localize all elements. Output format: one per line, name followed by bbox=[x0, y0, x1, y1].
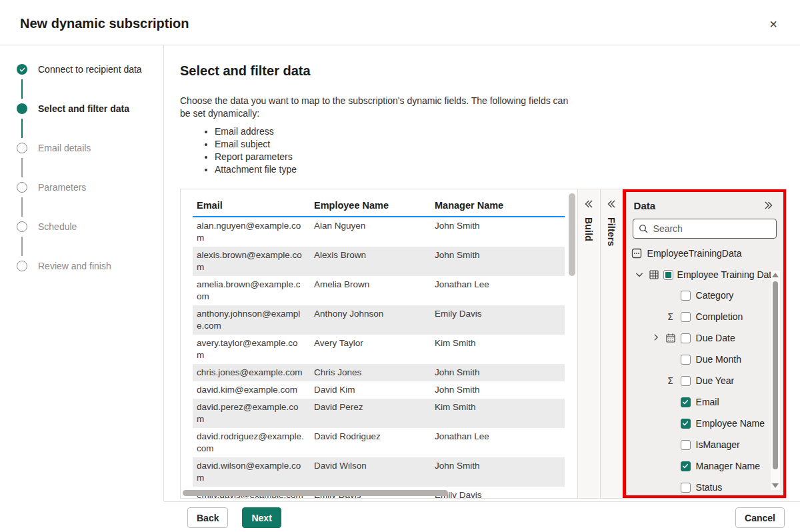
expand-filters-pane-button[interactable] bbox=[605, 197, 618, 211]
cell-employee-name: David Kim bbox=[310, 381, 431, 399]
table-checkbox-partial[interactable] bbox=[663, 270, 673, 280]
cell-employee-name: David Rodriguez bbox=[310, 428, 431, 457]
field-checkbox[interactable] bbox=[681, 440, 691, 450]
cell-employee-name: Alan Nguyen bbox=[310, 217, 431, 247]
semantic-model-icon bbox=[631, 248, 642, 259]
field-row[interactable]: Σ Category bbox=[626, 285, 783, 306]
semantic-model-row[interactable]: EmployeeTrainingData bbox=[631, 248, 783, 259]
back-button[interactable]: Back bbox=[187, 507, 228, 528]
scroll-down-arrow-icon[interactable] bbox=[772, 483, 779, 488]
table-row[interactable]: david.perez@example.com David Perez Kim … bbox=[193, 399, 565, 428]
field-row[interactable]: Σ Due Year bbox=[626, 370, 783, 391]
cell-employee-name: Alexis Brown bbox=[310, 247, 431, 276]
chevron-right-icon[interactable] bbox=[651, 333, 661, 342]
field-checkbox[interactable] bbox=[681, 312, 691, 322]
calendar-icon bbox=[665, 333, 676, 343]
field-checkbox[interactable] bbox=[681, 376, 691, 386]
field-checkbox[interactable] bbox=[681, 333, 691, 343]
close-icon[interactable]: × bbox=[764, 15, 783, 33]
table-row[interactable]: david.wilson@example.com David Wilson Jo… bbox=[193, 457, 565, 487]
scroll-up-arrow-icon[interactable] bbox=[772, 273, 779, 277]
page-title: Select and filter data bbox=[180, 63, 800, 79]
cell-manager-name: John Smith bbox=[431, 364, 565, 381]
double-chevron-left-icon bbox=[583, 199, 594, 209]
table-row[interactable]: david.kim@example.com David Kim John Smi… bbox=[193, 381, 565, 399]
step-connector bbox=[21, 119, 23, 138]
cell-email: anthony.johnson@example.com bbox=[193, 305, 310, 335]
field-checkbox[interactable] bbox=[681, 461, 691, 471]
cell-email: avery.taylor@example.com bbox=[193, 335, 310, 364]
data-pane-highlighted: Data Emp bbox=[623, 189, 786, 498]
cell-employee-name: Chris Jones bbox=[310, 364, 431, 381]
next-button[interactable]: Next bbox=[242, 507, 281, 528]
field-label: Due Date bbox=[696, 333, 735, 343]
table-icon bbox=[649, 269, 659, 280]
table-row[interactable]: amelia.brown@example.com Amelia Brown Jo… bbox=[193, 276, 565, 305]
table-name: Employee Training Data bbox=[677, 269, 777, 280]
dynamic-field-bullet: Report parameters bbox=[215, 151, 800, 163]
table-row[interactable]: alan.nguyen@example.com Alan Nguyen John… bbox=[193, 217, 565, 247]
check-icon bbox=[19, 67, 25, 73]
chevron-down-icon[interactable] bbox=[634, 269, 645, 280]
cell-manager-name: Kim Smith bbox=[431, 335, 565, 364]
field-label: IsManager bbox=[696, 439, 740, 450]
table-row[interactable]: avery.taylor@example.com Avery Taylor Ki… bbox=[193, 335, 565, 364]
step-connector bbox=[21, 158, 23, 177]
dialog-header: New dynamic subscription × bbox=[0, 0, 800, 45]
wizard-step[interactable]: Schedule bbox=[17, 221, 163, 232]
field-checkbox[interactable] bbox=[681, 355, 691, 365]
column-header-employee-name[interactable]: Employee Name bbox=[310, 197, 431, 216]
field-checkbox[interactable] bbox=[681, 419, 691, 429]
wizard-step[interactable]: Parameters bbox=[17, 182, 163, 193]
field-row[interactable]: Σ IsManager bbox=[626, 434, 783, 455]
step-state-icon bbox=[17, 143, 27, 153]
field-label: Category bbox=[696, 290, 734, 301]
table-row[interactable]: chris.jones@example.com Chris Jones John… bbox=[193, 364, 565, 381]
cell-email: alan.nguyen@example.com bbox=[193, 217, 310, 247]
field-row[interactable]: Σ Status bbox=[626, 477, 783, 498]
step-connector bbox=[21, 237, 23, 256]
cell-employee-name: Avery Taylor bbox=[310, 335, 431, 364]
main-content: Select and filter data Choose the data y… bbox=[164, 45, 800, 501]
field-checkbox[interactable] bbox=[681, 483, 691, 493]
cancel-button[interactable]: Cancel bbox=[735, 507, 785, 528]
cell-manager-name: John Smith bbox=[431, 381, 565, 399]
field-row[interactable]: Σ Manager Name bbox=[626, 455, 783, 477]
column-header-email[interactable]: Email bbox=[193, 197, 310, 216]
cell-manager-name: Emily Davis bbox=[431, 305, 565, 335]
table-vertical-scrollbar[interactable] bbox=[569, 193, 575, 276]
field-row[interactable]: Σ Completion bbox=[626, 306, 783, 327]
cell-email: david.rodriguez@example.com bbox=[193, 428, 310, 457]
page-description: Choose the data you want to map to the s… bbox=[180, 95, 575, 120]
fields-vertical-scrollbar[interactable] bbox=[771, 271, 780, 490]
dynamic-field-bullet: Email address bbox=[215, 125, 800, 138]
table-row[interactable]: david.rodriguez@example.com David Rodrig… bbox=[193, 428, 565, 457]
field-checkbox[interactable] bbox=[681, 397, 691, 407]
field-row[interactable]: Σ Employee Name bbox=[626, 413, 783, 434]
table-horizontal-scrollbar[interactable] bbox=[183, 490, 448, 496]
expand-build-pane-button[interactable] bbox=[582, 197, 595, 211]
scrollbar-thumb[interactable] bbox=[773, 281, 778, 469]
wizard-step[interactable]: Connect to recipient data bbox=[17, 64, 163, 75]
field-row[interactable]: Σ Email bbox=[626, 391, 783, 413]
dynamic-fields-list: Email addressEmail subjectReport paramet… bbox=[180, 125, 800, 176]
step-label: Email details bbox=[38, 143, 91, 153]
field-row[interactable]: Σ Due Month bbox=[626, 349, 783, 370]
step-state-icon bbox=[17, 64, 27, 75]
cell-email: david.kim@example.com bbox=[193, 381, 310, 399]
table-tree-node[interactable]: Employee Training Data bbox=[626, 265, 783, 285]
table-row[interactable]: alexis.brown@example.com Alexis Brown Jo… bbox=[193, 247, 565, 276]
cell-employee-name: Anthony Johnson bbox=[310, 305, 431, 335]
wizard-step[interactable]: Select and filter data bbox=[17, 103, 163, 114]
step-label: Select and filter data bbox=[38, 103, 129, 114]
field-row[interactable]: Σ Due Date bbox=[626, 327, 783, 349]
dynamic-field-bullet: Attachment file type bbox=[215, 163, 800, 176]
collapse-data-pane-button[interactable] bbox=[762, 199, 775, 212]
search-input[interactable] bbox=[653, 223, 771, 234]
wizard-step[interactable]: Email details bbox=[17, 143, 163, 153]
column-header-manager-name[interactable]: Manager Name bbox=[431, 197, 565, 216]
field-checkbox[interactable] bbox=[681, 291, 691, 301]
table-row[interactable]: anthony.johnson@example.com Anthony John… bbox=[193, 305, 565, 335]
field-label: Manager Name bbox=[696, 461, 761, 471]
wizard-step[interactable]: Review and finish bbox=[17, 261, 163, 271]
